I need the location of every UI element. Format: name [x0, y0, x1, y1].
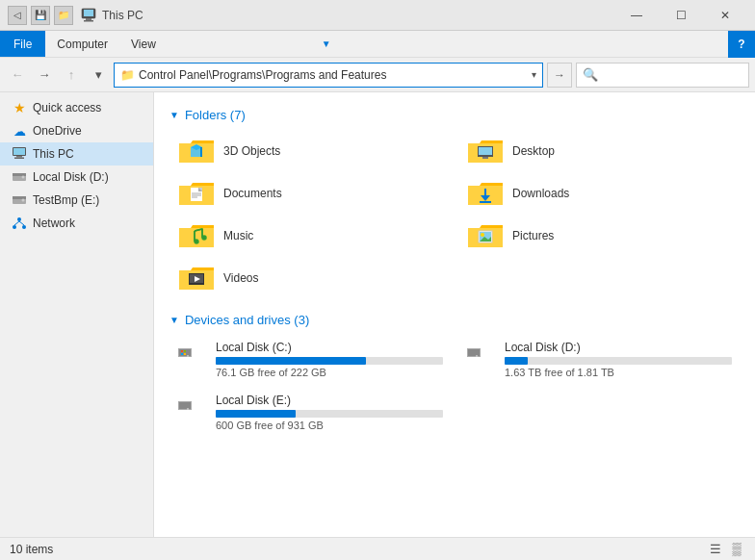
folder-documents-label: Documents	[223, 187, 282, 200]
view-icons: ☰ ▒	[707, 541, 745, 558]
nav-up-button[interactable]: ↑	[60, 64, 83, 87]
svg-line-17	[14, 221, 19, 225]
folder-videos-icon	[177, 263, 216, 293]
pc-title-icon	[81, 8, 96, 23]
folder-pictures-label: Pictures	[512, 229, 554, 242]
devices-section-header[interactable]: ▼ Devices and drives (3)	[169, 313, 740, 327]
folder-item-downloads[interactable]: Downloads	[458, 174, 740, 213]
view-details-icon[interactable]: ☰	[707, 541, 724, 558]
svg-point-15	[13, 225, 16, 229]
device-item-e[interactable]: Local Disk (E:) 600 GB free of 931 GB	[169, 390, 451, 435]
device-item-d[interactable]: Local Disk (D:) 1.63 TB free of 1.81 TB	[458, 337, 740, 382]
address-go-button[interactable]: →	[547, 63, 572, 88]
sidebar: ★ Quick access ☁ OneDrive This PC	[0, 92, 154, 537]
folders-grid: 3D Objects Desktop	[169, 132, 740, 297]
device-d-progress-fill	[505, 357, 528, 365]
folder-item-pictures[interactable]: Pictures	[458, 216, 740, 255]
device-d-space: 1.63 TB free of 1.81 TB	[505, 367, 732, 378]
network-icon	[12, 216, 27, 231]
disk-d-device-icon	[466, 341, 497, 368]
maximize-button[interactable]: ☐	[659, 0, 703, 31]
status-bar: 10 items ☰ ▒	[0, 537, 755, 560]
view-tiles-icon[interactable]: ▒	[728, 541, 745, 558]
svg-rect-24	[482, 157, 488, 159]
device-e-progress-fill	[216, 410, 296, 418]
sidebar-item-testbmp-e[interactable]: TestBmp (E:)	[0, 189, 153, 212]
sidebar-label-local-disk-d: Local Disk (D:)	[33, 170, 109, 184]
svg-point-48	[187, 355, 189, 357]
title-bar-title: This PC	[81, 8, 614, 23]
title-bar: ◁ 💾 📁 This PC — ☐ ✕	[0, 0, 755, 31]
title-bar-controls: — ☐ ✕	[614, 0, 747, 31]
menu-view[interactable]: View	[119, 31, 168, 57]
svg-rect-55	[468, 349, 480, 356]
folder-3d-icon	[177, 136, 216, 166]
address-dropdown-icon[interactable]: ▾	[532, 69, 536, 80]
sidebar-label-testbmp-e: TestBmp (E:)	[33, 193, 99, 207]
device-c-progress-bg	[216, 357, 443, 365]
folders-chevron-icon: ▼	[169, 110, 179, 120]
sidebar-item-quick-access[interactable]: ★ Quick access	[0, 96, 153, 119]
folder-item-3d-objects[interactable]: 3D Objects	[169, 132, 451, 170]
menu-file[interactable]: File	[0, 31, 45, 57]
svg-rect-58	[179, 402, 191, 409]
device-e-progress-bg	[216, 410, 443, 418]
sidebar-label-onedrive: OneDrive	[33, 124, 82, 138]
address-bar[interactable]: 📁 ▾	[114, 63, 543, 88]
main-area: ★ Quick access ☁ OneDrive This PC	[0, 92, 755, 537]
folder-downloads-icon	[466, 178, 505, 209]
svg-rect-23	[479, 147, 492, 155]
svg-point-14	[17, 217, 21, 221]
svg-point-13	[22, 199, 25, 202]
items-count: 10 items	[10, 543, 53, 556]
device-d-info: Local Disk (D:) 1.63 TB free of 1.81 TB	[505, 341, 732, 378]
address-input[interactable]	[139, 68, 528, 82]
folder-videos-label: Videos	[223, 271, 258, 285]
sidebar-item-local-disk-d[interactable]: Local Disk (D:)	[0, 165, 153, 189]
ribbon-expand[interactable]: ▼	[322, 38, 331, 49]
folder-item-documents[interactable]: Documents	[169, 174, 451, 213]
folder-3d-objects-label: 3D Objects	[223, 144, 280, 158]
device-c-info: Local Disk (C:) 76.1 GB free of 222 GB	[216, 341, 443, 378]
folders-section-label: Folders (7)	[185, 108, 246, 122]
disk-e-device-icon	[177, 394, 208, 420]
sidebar-label-quick-access: Quick access	[33, 101, 101, 115]
folder-item-videos[interactable]: Videos	[169, 259, 451, 297]
minimize-button[interactable]: —	[614, 0, 659, 31]
titlebar-icon-folder: 📁	[54, 6, 73, 25]
cloud-icon: ☁	[12, 123, 27, 139]
device-d-name: Local Disk (D:)	[505, 341, 732, 354]
menu-computer[interactable]: Computer	[45, 31, 119, 57]
close-button[interactable]: ✕	[703, 0, 747, 31]
nav-back-button[interactable]: ←	[6, 64, 29, 87]
nav-forward-button[interactable]: →	[33, 64, 56, 87]
device-e-info: Local Disk (E:) 600 GB free of 931 GB	[216, 394, 443, 431]
svg-rect-3	[84, 20, 93, 22]
folder-desktop-icon	[466, 136, 505, 166]
device-item-c[interactable]: Local Disk (C:) 76.1 GB free of 222 GB	[169, 337, 451, 382]
devices-section-label: Devices and drives (3)	[185, 313, 309, 327]
folder-music-icon	[177, 220, 216, 251]
device-e-space: 600 GB free of 931 GB	[216, 420, 443, 431]
help-button[interactable]: ?	[728, 31, 755, 58]
menu-bar: File Computer View ▼ ?	[0, 31, 755, 58]
sidebar-item-onedrive[interactable]: ☁ OneDrive	[0, 119, 153, 142]
nav-recent-button[interactable]: ▾	[87, 64, 110, 87]
sidebar-item-network[interactable]: Network	[0, 212, 153, 235]
search-bar[interactable]: 🔍	[576, 63, 749, 88]
svg-point-10	[22, 176, 25, 179]
folders-section-header[interactable]: ▼ Folders (7)	[169, 108, 740, 122]
svg-rect-12	[13, 196, 26, 199]
svg-point-59	[187, 408, 189, 410]
svg-rect-9	[13, 173, 26, 176]
sidebar-label-network: Network	[33, 216, 75, 230]
window-title: This PC	[102, 9, 143, 22]
svg-line-18	[19, 221, 24, 225]
disk-e-icon	[12, 192, 27, 208]
disk-c-icon	[177, 341, 208, 368]
sidebar-item-this-pc[interactable]: This PC	[0, 142, 153, 165]
svg-rect-2	[86, 18, 91, 20]
svg-rect-52	[181, 353, 183, 355]
folder-item-desktop[interactable]: Desktop	[458, 132, 740, 170]
folder-item-music[interactable]: Music	[169, 216, 451, 255]
